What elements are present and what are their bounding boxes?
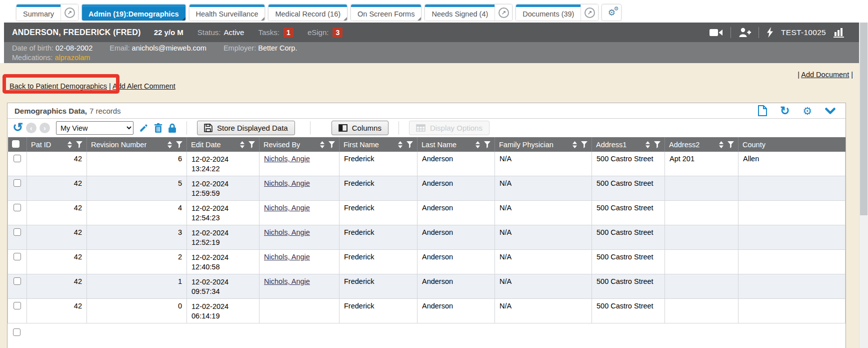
filter-funnel-icon[interactable] (176, 141, 182, 148)
cell-family-physician: N/A (495, 176, 592, 201)
columns-button[interactable]: Columns (332, 121, 388, 135)
column-header-address1[interactable]: Address1 (592, 137, 665, 152)
sort-icon[interactable] (476, 141, 480, 148)
column-header-pat-id[interactable]: Pat ID (27, 137, 87, 152)
cell-first-name: Frederick (340, 152, 418, 176)
medications-value[interactable]: alprazolam (54, 54, 90, 62)
row-checkbox[interactable] (14, 179, 21, 187)
refresh-icon[interactable]: ↻ (780, 105, 790, 117)
column-header-revised-by[interactable]: Revised By (260, 137, 340, 152)
video-camera-icon[interactable] (710, 28, 723, 37)
column-header-last-name[interactable]: Last Name (418, 137, 495, 152)
lightning-icon[interactable] (766, 27, 774, 38)
revised-by-link[interactable]: Nichols, Angie (264, 204, 310, 212)
row-checkbox[interactable] (14, 253, 21, 260)
cell-revised-by: Nichols, Angie (260, 274, 340, 299)
sort-icon[interactable] (68, 141, 72, 148)
partial-next-row (8, 323, 846, 338)
table-row: 42012-02-202406:14:19FrederickAndersonN/… (8, 299, 846, 323)
revised-by-link[interactable]: Nichols, Angie (264, 179, 310, 187)
table-row: 42412-02-202412:54:23Nichols, AngieFrede… (8, 201, 846, 225)
cell-edit-date: 12-02-202412:52:19 (187, 225, 260, 250)
tab-documents[interactable]: Documents (39) (516, 5, 580, 21)
cell-first-name: Frederick (340, 225, 418, 250)
tab-needs-signed-popout[interactable]: ↗ (494, 5, 512, 21)
column-label: County (742, 141, 766, 149)
tab-settings-button[interactable]: ⚙⚙ (602, 5, 621, 21)
row-checkbox[interactable] (14, 155, 21, 162)
add-person-icon[interactable] (738, 28, 751, 37)
filter-funnel-icon[interactable] (484, 141, 490, 148)
patient-id: TEST-10025 (781, 28, 826, 37)
sort-icon[interactable] (572, 141, 577, 148)
back-to-patient-demographics-link[interactable]: Back to Patient Demographics (10, 82, 107, 90)
filter-funnel-icon[interactable] (581, 141, 588, 148)
cell-pat-id: 42 (27, 225, 87, 250)
edit-view-pencil-icon[interactable] (139, 123, 148, 133)
lock-view-icon[interactable] (168, 123, 176, 133)
row-checkbox[interactable] (14, 204, 21, 211)
row-checkbox[interactable] (14, 228, 21, 236)
view-select[interactable]: My View (56, 121, 134, 135)
revised-by-link[interactable]: Nichols, Angie (264, 253, 310, 261)
tab-documents-popout[interactable]: ↗ (580, 5, 598, 21)
column-header-address2[interactable]: Address2 (665, 137, 738, 152)
column-header-edit-date[interactable]: Edit Date (187, 137, 260, 152)
revised-by-link[interactable]: Nichols, Angie (264, 228, 310, 236)
store-displayed-data-button[interactable]: Store Displayed Data (197, 121, 295, 135)
filter-funnel-icon[interactable] (728, 141, 734, 148)
tab-medical-record[interactable]: Medical Record (16) (268, 5, 347, 21)
filter-funnel-icon[interactable] (76, 141, 82, 148)
cell-edit-date: 12-02-202413:24:22 (187, 152, 260, 176)
add-document-link[interactable]: Add Document (801, 71, 849, 79)
filter-funnel-icon[interactable] (328, 141, 335, 148)
new-document-icon[interactable] (758, 105, 767, 116)
delete-view-trash-icon[interactable] (154, 123, 162, 133)
sort-icon[interactable] (168, 141, 172, 148)
row-checkbox[interactable] (14, 277, 21, 285)
revised-by-link[interactable]: Nichols, Angie (264, 277, 310, 285)
sort-icon[interactable] (719, 141, 724, 148)
cell-edit-date: 12-02-202412:40:58 (187, 250, 260, 274)
tasks-badge[interactable]: 1 (284, 28, 294, 38)
sort-icon[interactable] (398, 141, 402, 148)
cell-pat-id: 42 (27, 176, 87, 201)
cell-address2: Apt 201 (665, 152, 738, 176)
cell-family-physician: N/A (495, 299, 592, 323)
filter-funnel-icon[interactable] (406, 141, 413, 148)
column-label: Revision Number (91, 141, 146, 149)
cell-family-physician: N/A (495, 152, 592, 176)
reset-view-icon[interactable]: ↺ (12, 121, 23, 134)
sort-icon[interactable] (320, 141, 324, 148)
column-header-family-physician[interactable]: Family Physician (495, 137, 592, 152)
tab-on-screen-forms[interactable]: On Screen Forms (351, 5, 421, 21)
table-row: 42112-02-202409:57:34Nichols, AngieFrede… (8, 274, 846, 299)
tab-needs-signed[interactable]: Needs Signed (4) (425, 5, 494, 21)
filter-funnel-icon[interactable] (654, 141, 660, 148)
select-all-header[interactable] (8, 137, 27, 152)
collapse-chevron-icon[interactable] (825, 108, 836, 114)
column-header-first-name[interactable]: First Name (340, 137, 418, 152)
details-line-2: Medications: alprazolam (12, 53, 860, 63)
sort-icon[interactable] (240, 141, 244, 148)
row-checkbox[interactable] (14, 302, 21, 309)
select-all-checkbox[interactable] (12, 140, 20, 148)
row-checkbox[interactable] (13, 328, 20, 336)
column-header-revision-number[interactable]: Revision Number (87, 137, 187, 152)
settings-gear-icon[interactable]: ⚙ (802, 106, 812, 116)
tab-health-surveillance[interactable]: Health Surveillance (190, 5, 265, 21)
chart-icon[interactable] (834, 27, 845, 38)
cell-pat-id: 42 (27, 299, 87, 323)
revised-by-link[interactable]: Nichols, Angie (264, 155, 310, 163)
filter-funnel-icon[interactable] (248, 141, 255, 148)
tab-summary-popout[interactable]: ↗ (60, 5, 78, 21)
scrollbar-thumb[interactable] (860, 23, 868, 215)
esign-badge[interactable]: 3 (332, 28, 342, 38)
dob-label: Date of birth: (12, 44, 54, 52)
tab-admin-demographics[interactable]: Admin (19):Demographics (82, 5, 185, 21)
sort-icon[interactable] (646, 141, 650, 148)
tab-summary[interactable]: Summary (16, 5, 60, 21)
column-header-county[interactable]: County (738, 137, 846, 152)
add-alert-comment-link[interactable]: Add Alert Comment (112, 82, 176, 90)
store-displayed-data-label: Store Displayed Data (217, 124, 288, 132)
